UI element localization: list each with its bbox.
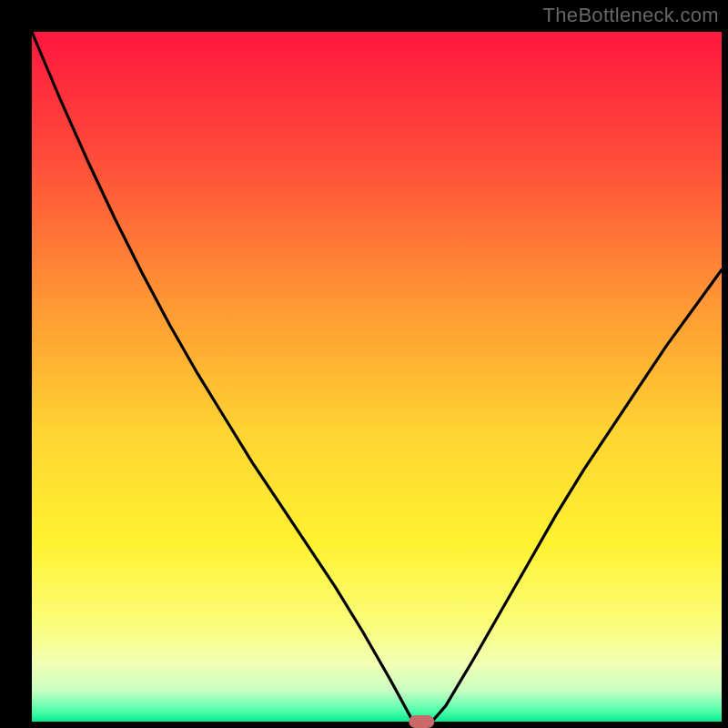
chart-canvas <box>0 0 728 728</box>
optimum-marker <box>409 715 434 728</box>
chart-frame: TheBottleneck.com <box>0 0 728 728</box>
svg-rect-0 <box>32 32 722 722</box>
